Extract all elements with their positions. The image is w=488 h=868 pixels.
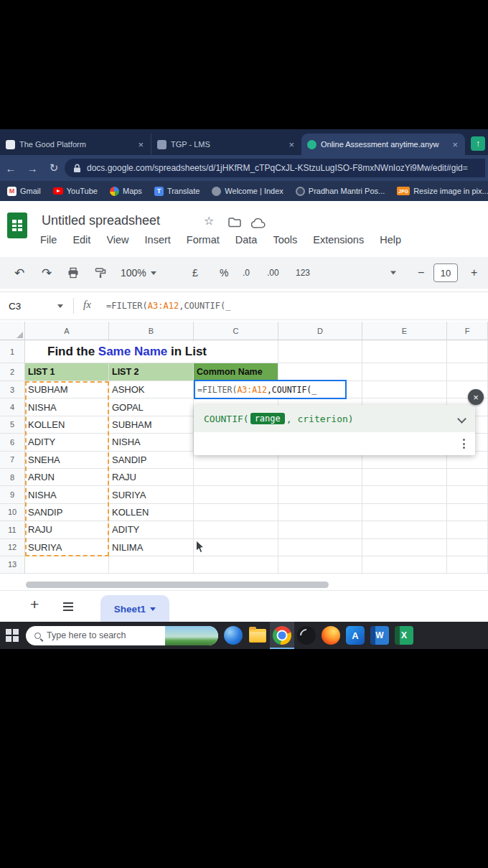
- reload-icon[interactable]: ↻: [43, 162, 65, 174]
- cell-E13[interactable]: [362, 556, 447, 574]
- column-header-A[interactable]: A: [25, 322, 109, 340]
- cell-B4[interactable]: GOPAL: [109, 398, 194, 416]
- cell-A3[interactable]: SUBHAM: [25, 381, 109, 398]
- bookmark-youtube[interactable]: YouTube: [53, 187, 98, 195]
- cell-C8[interactable]: [194, 469, 278, 486]
- cell-A7[interactable]: SNEHA: [25, 452, 109, 469]
- cell-A9[interactable]: NISHA: [25, 486, 109, 503]
- cell-F13[interactable]: [447, 556, 488, 574]
- percent-format-button[interactable]: %: [220, 267, 228, 279]
- bookmark-translate[interactable]: T Translate: [154, 187, 200, 196]
- taskbar-slot[interactable]: [221, 622, 245, 649]
- menu-insert[interactable]: Insert: [145, 234, 171, 246]
- row-header-1[interactable]: 1: [0, 340, 25, 363]
- taskbar-slot[interactable]: [294, 622, 319, 649]
- cell-B3[interactable]: ASHOK: [109, 381, 194, 398]
- cell-C2[interactable]: Common Name: [194, 363, 278, 381]
- edge-icon[interactable]: [224, 626, 243, 645]
- cell-A4[interactable]: NISHA: [25, 398, 109, 416]
- browser-tab-3-active[interactable]: Online Assessment anytime.anyw ×: [301, 134, 465, 155]
- bookmark-maps[interactable]: Maps: [110, 187, 142, 196]
- tab-strip-icon[interactable]: ↑: [471, 136, 485, 151]
- excel-icon[interactable]: X: [395, 626, 413, 645]
- taskbar-slot-active[interactable]: [270, 622, 294, 649]
- cell-E3[interactable]: [362, 381, 447, 398]
- column-header-D[interactable]: D: [278, 322, 362, 340]
- tab-close-icon[interactable]: ×: [136, 139, 145, 150]
- cell-D1[interactable]: [278, 340, 362, 363]
- menu-tools[interactable]: Tools: [273, 234, 297, 246]
- cell-A13[interactable]: [25, 556, 109, 574]
- cell-C9[interactable]: [194, 486, 278, 503]
- firefox-icon[interactable]: [322, 626, 340, 645]
- cell-F10[interactable]: [447, 504, 488, 521]
- active-cell-editor[interactable]: =FILTER( A3:A12 ,COUNTIF( _: [194, 380, 347, 399]
- blue-app-icon[interactable]: A: [346, 626, 365, 645]
- taskbar-slot[interactable]: X: [392, 622, 416, 649]
- cell-A2[interactable]: LIST 1: [25, 363, 109, 381]
- paint-format-icon[interactable]: [95, 267, 106, 279]
- row-header-2[interactable]: 2: [0, 363, 25, 381]
- taskbar-slot[interactable]: [319, 622, 343, 649]
- cell-B5[interactable]: SUBHAM: [109, 416, 194, 434]
- menu-format[interactable]: Format: [187, 234, 220, 246]
- cloud-save-status-icon[interactable]: [251, 218, 266, 231]
- cell-E11[interactable]: [362, 521, 447, 538]
- toolbar-overflow-caret[interactable]: [390, 271, 396, 275]
- column-header-C[interactable]: C: [194, 322, 278, 340]
- cell-C13[interactable]: [194, 556, 278, 574]
- cell-F9[interactable]: [447, 486, 488, 503]
- taskbar-slot[interactable]: [245, 622, 270, 649]
- menu-extensions[interactable]: Extensions: [313, 234, 364, 246]
- cell-A12[interactable]: SURIYA: [25, 539, 109, 556]
- cell-F8[interactable]: [447, 469, 488, 486]
- browser-tab-1[interactable]: The Good Platform ×: [0, 134, 151, 155]
- close-help-button[interactable]: ×: [468, 389, 484, 405]
- cell-D8[interactable]: [278, 469, 362, 486]
- dark-app-icon[interactable]: [297, 626, 316, 645]
- cell-A11[interactable]: RAJU: [25, 521, 109, 538]
- row-header-10[interactable]: 10: [0, 504, 25, 521]
- chevron-down-icon[interactable]: [57, 304, 63, 308]
- cell-B9[interactable]: SURIYA: [109, 486, 194, 503]
- cell-F11[interactable]: [447, 521, 488, 538]
- weather-widget[interactable]: [165, 626, 218, 645]
- cell-E12[interactable]: [362, 539, 447, 556]
- forward-icon[interactable]: →: [22, 162, 43, 174]
- undo-icon[interactable]: ↶: [14, 266, 24, 281]
- redo-icon[interactable]: ↷: [42, 266, 52, 281]
- cell-C12[interactable]: [194, 539, 278, 556]
- bookmark-pradhan-mantri[interactable]: Pradhan Mantri Pos...: [296, 187, 385, 196]
- select-all-corner[interactable]: [0, 322, 25, 340]
- row-header-11[interactable]: 11: [0, 521, 25, 538]
- currency-format-button[interactable]: £: [192, 267, 198, 279]
- all-sheets-menu-icon[interactable]: [63, 602, 73, 611]
- row-header-13[interactable]: 13: [0, 556, 25, 574]
- print-icon[interactable]: [67, 267, 79, 279]
- row-header-9[interactable]: 9: [0, 486, 25, 503]
- menu-file[interactable]: File: [40, 234, 57, 246]
- cell-F1[interactable]: [447, 340, 488, 363]
- cell-B11[interactable]: ADITY: [109, 521, 194, 538]
- cell-D9[interactable]: [278, 486, 362, 503]
- chrome-icon[interactable]: [273, 626, 291, 645]
- chevron-down-icon[interactable]: [150, 607, 156, 611]
- cell-B6[interactable]: NISHA: [109, 434, 194, 451]
- increase-font-size-button[interactable]: +: [471, 266, 477, 279]
- cell-E9[interactable]: [362, 486, 447, 503]
- cell-B2[interactable]: LIST 2: [109, 363, 194, 381]
- taskbar-search-input[interactable]: Type here to search: [26, 626, 218, 645]
- row-header-8[interactable]: 8: [0, 469, 25, 486]
- cell-D2[interactable]: [278, 363, 362, 381]
- add-sheet-button[interactable]: +: [30, 596, 39, 613]
- row-header-3[interactable]: 3: [0, 381, 25, 398]
- column-header-B[interactable]: B: [109, 322, 194, 340]
- cell-A10[interactable]: SANDIP: [25, 504, 109, 521]
- menu-help[interactable]: Help: [380, 234, 401, 246]
- start-button-icon[interactable]: [6, 629, 19, 642]
- file-explorer-icon[interactable]: [249, 629, 266, 643]
- cell-E10[interactable]: [362, 504, 447, 521]
- name-box[interactable]: C3: [9, 292, 21, 319]
- row-header-6[interactable]: 6: [0, 434, 25, 451]
- row-header-5[interactable]: 5: [0, 416, 25, 434]
